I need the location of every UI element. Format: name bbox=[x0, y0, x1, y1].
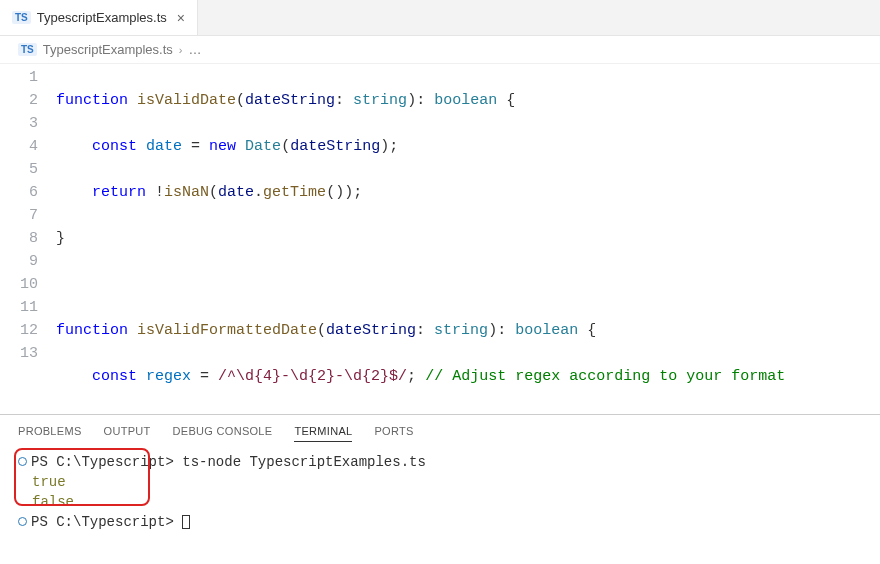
bottom-panel: PROBLEMS OUTPUT DEBUG CONSOLE TERMINAL P… bbox=[0, 414, 880, 564]
terminal-prompt: PS C:\Typescript> bbox=[31, 514, 182, 530]
breadcrumb-more: … bbox=[189, 42, 202, 57]
terminal[interactable]: PS C:\Typescript> ts-node TypescriptExam… bbox=[0, 448, 880, 536]
terminal-command: ts-node TypescriptExamples.ts bbox=[182, 454, 426, 470]
typescript-file-icon: TS bbox=[18, 43, 37, 56]
tab-bar: TS TypescriptExamples.ts × bbox=[0, 0, 880, 36]
breadcrumb[interactable]: TS TypescriptExamples.ts › … bbox=[0, 36, 880, 64]
prompt-indicator-icon bbox=[18, 517, 27, 526]
terminal-output-line: false bbox=[18, 492, 862, 512]
terminal-cursor bbox=[182, 515, 190, 529]
chevron-right-icon: › bbox=[179, 44, 183, 56]
tab-ports[interactable]: PORTS bbox=[374, 425, 413, 442]
terminal-output-line: true bbox=[18, 472, 862, 492]
tab-filename: TypescriptExamples.ts bbox=[37, 10, 167, 25]
editor-tab[interactable]: TS TypescriptExamples.ts × bbox=[0, 0, 198, 35]
line-gutter: 1 2 3 4 5 6 7 8 9 10 11 12 13 bbox=[0, 66, 56, 414]
prompt-indicator-icon bbox=[18, 457, 27, 466]
breadcrumb-file: TypescriptExamples.ts bbox=[43, 42, 173, 57]
code-editor[interactable]: 1 2 3 4 5 6 7 8 9 10 11 12 13 function i… bbox=[0, 64, 880, 414]
code-content[interactable]: function isValidDate(dateString: string)… bbox=[56, 66, 880, 414]
terminal-prompt: PS C:\Typescript> bbox=[31, 454, 182, 470]
panel-tab-bar: PROBLEMS OUTPUT DEBUG CONSOLE TERMINAL P… bbox=[0, 415, 880, 448]
close-icon[interactable]: × bbox=[177, 10, 185, 26]
tab-problems[interactable]: PROBLEMS bbox=[18, 425, 82, 442]
tab-output[interactable]: OUTPUT bbox=[104, 425, 151, 442]
typescript-file-icon: TS bbox=[12, 11, 31, 24]
tab-terminal[interactable]: TERMINAL bbox=[294, 425, 352, 442]
tab-debug-console[interactable]: DEBUG CONSOLE bbox=[173, 425, 273, 442]
